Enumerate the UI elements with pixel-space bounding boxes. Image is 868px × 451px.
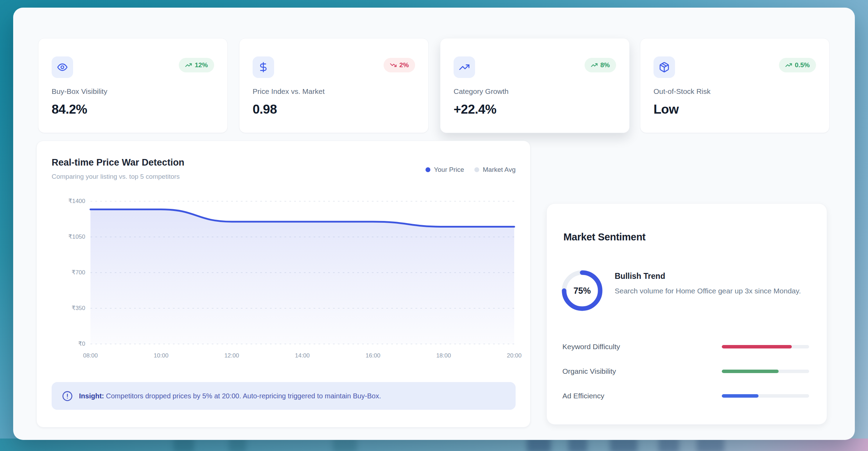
kpi-trend-badge: 8% bbox=[585, 58, 616, 72]
insight-label: Insight: bbox=[79, 392, 104, 400]
x-tick-label: 14:00 bbox=[295, 352, 310, 359]
gauge-percent: 75% bbox=[561, 270, 603, 311]
metric-bar-fill bbox=[722, 345, 792, 348]
metric-bar-track bbox=[722, 370, 809, 373]
metric-bar-track bbox=[722, 345, 809, 348]
legend-label: Market Avg bbox=[483, 166, 516, 174]
y-tick-label: ₹350 bbox=[37, 304, 85, 312]
metric-row-keyword-difficulty: Keyword Difficulty bbox=[562, 339, 809, 354]
kpi-label: Buy-Box Visibility bbox=[52, 87, 107, 96]
metric-row-organic-visibility: Organic Visibility bbox=[562, 364, 809, 379]
x-tick-label: 08:00 bbox=[83, 352, 98, 359]
kpi-value: 84.2% bbox=[52, 102, 87, 117]
sentiment-gauge: 75% bbox=[561, 270, 603, 311]
legend-dot bbox=[474, 167, 479, 172]
kpi-card-out-of-stock-risk: 0.5% Out-of-Stock Risk Low bbox=[640, 38, 830, 133]
trending-up-icon bbox=[454, 56, 475, 78]
kpi-badge-value: 8% bbox=[600, 61, 610, 69]
market-sentiment-title: Market Sentiment bbox=[563, 231, 646, 243]
legend-label: Your Price bbox=[434, 166, 464, 174]
kpi-card-category-growth: 8% Category Growth +22.4% bbox=[440, 38, 630, 133]
kpi-trend-badge: 0.5% bbox=[779, 58, 816, 72]
x-tick-label: 20:00 bbox=[507, 352, 522, 359]
chart-title: Real-time Price War Detection bbox=[52, 157, 184, 168]
kpi-value: Low bbox=[654, 102, 678, 117]
insight-text: Insight: Competitors dropped prices by 5… bbox=[79, 392, 381, 400]
background-photo bbox=[0, 439, 868, 451]
alert-circle-icon bbox=[62, 391, 73, 401]
package-icon bbox=[654, 56, 675, 78]
desktop-background: 12% Buy-Box Visibility 84.2% 2% Price In… bbox=[0, 0, 868, 451]
metric-label: Organic Visibility bbox=[562, 367, 722, 375]
x-axis-labels: 08:0010:0012:0014:0016:0018:0020:00 bbox=[90, 352, 514, 361]
price-chart-plot bbox=[90, 201, 514, 344]
dollar-icon bbox=[253, 56, 274, 78]
y-tick-label: ₹700 bbox=[37, 269, 85, 276]
chart-legend: Your Price Market Avg bbox=[426, 166, 516, 174]
kpi-badge-value: 12% bbox=[195, 61, 208, 69]
insight-banner: Insight: Competitors dropped prices by 5… bbox=[52, 382, 516, 410]
kpi-badge-value: 0.5% bbox=[795, 61, 810, 69]
x-tick-label: 18:00 bbox=[436, 352, 451, 359]
x-tick-label: 16:00 bbox=[366, 352, 380, 359]
metric-label: Keyword Difficulty bbox=[562, 343, 722, 351]
chart-subtitle: Comparing your listing vs. top 5 competi… bbox=[52, 173, 180, 180]
y-tick-label: ₹1400 bbox=[37, 197, 85, 205]
trending-up-icon bbox=[591, 62, 598, 69]
price-war-chart-card: Real-time Price War Detection Comparing … bbox=[36, 141, 531, 427]
trending-down-icon bbox=[390, 62, 397, 69]
trending-up-icon bbox=[185, 62, 192, 69]
x-tick-label: 10:00 bbox=[154, 352, 169, 359]
metric-row-ad-efficiency: Ad Efficiency bbox=[562, 389, 809, 403]
sentiment-summary: Bullish Trend Search volume for Home Off… bbox=[615, 272, 814, 297]
kpi-value: +22.4% bbox=[454, 102, 497, 117]
legend-item-market-avg[interactable]: Market Avg bbox=[474, 166, 516, 174]
x-tick-label: 12:00 bbox=[224, 352, 239, 359]
eye-icon bbox=[52, 56, 73, 78]
y-axis-labels: ₹1400₹1050₹700₹350₹0 bbox=[37, 201, 85, 344]
metric-bar-fill bbox=[722, 394, 759, 398]
y-tick-label: ₹0 bbox=[37, 340, 85, 348]
kpi-trend-badge: 12% bbox=[179, 58, 214, 72]
legend-dot bbox=[426, 167, 430, 172]
kpi-badge-value: 2% bbox=[400, 61, 409, 69]
kpi-label: Category Growth bbox=[454, 87, 509, 96]
metric-bar-fill bbox=[722, 370, 779, 373]
sentiment-metrics: Keyword Difficulty Organic Visibility Ad… bbox=[562, 339, 809, 403]
sentiment-headline: Bullish Trend bbox=[615, 272, 814, 281]
market-sentiment-card: Market Sentiment 75% Bullish Trend Searc… bbox=[546, 203, 827, 425]
kpi-label: Out-of-Stock Risk bbox=[654, 87, 711, 96]
sentiment-description: Search volume for Home Office gear up 3x… bbox=[615, 285, 814, 297]
kpi-value: 0.98 bbox=[253, 102, 277, 117]
kpi-card-price-index: 2% Price Index vs. Market 0.98 bbox=[239, 38, 429, 133]
kpi-card-buybox-visibility: 12% Buy-Box Visibility 84.2% bbox=[38, 38, 228, 133]
y-tick-label: ₹1050 bbox=[37, 233, 85, 241]
price-chart-svg bbox=[90, 201, 514, 344]
kpi-label: Price Index vs. Market bbox=[253, 87, 325, 96]
trending-up-icon bbox=[785, 62, 792, 69]
dashboard-panel: 12% Buy-Box Visibility 84.2% 2% Price In… bbox=[13, 8, 855, 440]
kpi-trend-badge: 2% bbox=[384, 58, 415, 72]
metric-bar-track bbox=[722, 394, 809, 398]
legend-item-your-price[interactable]: Your Price bbox=[426, 166, 464, 174]
metric-label: Ad Efficiency bbox=[562, 392, 722, 400]
